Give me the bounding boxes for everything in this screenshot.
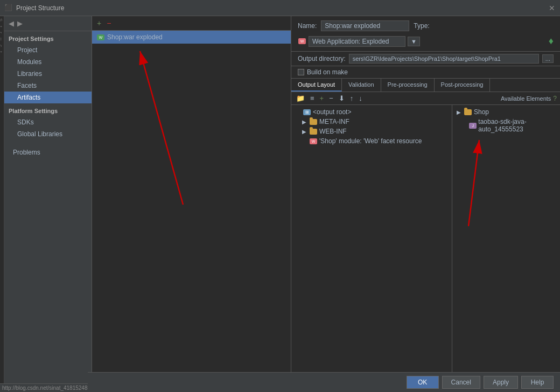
help-icon[interactable]: ? [553, 95, 557, 102]
stripe-item: S [0, 16, 4, 24]
tree-item-output-root[interactable]: ⊞ <output root> [291, 107, 452, 117]
sidebar-item-global-libraries[interactable]: Global Libraries [4, 128, 92, 140]
nav-forward-button[interactable]: ▶ [17, 19, 23, 27]
output-dir-row: Output directory: ... [291, 52, 560, 66]
layout-up-button[interactable]: ↑ [348, 94, 355, 103]
app-icon: ⬛ [4, 4, 13, 12]
web-resource-icon: W [309, 137, 318, 145]
main-container: S t r u c t ◀ ▶ Project Settings Project… [0, 16, 560, 392]
build-on-make-checkbox[interactable] [298, 69, 304, 75]
close-button[interactable]: ✕ [548, 4, 556, 12]
tree-item-shop[interactable]: ▶ Shop [452, 107, 560, 117]
tab-postprocessing[interactable]: Post-processing [435, 79, 491, 92]
config-top: Name: Type: W ▼ ♦ [291, 16, 560, 52]
type-input-group: W ▼ [298, 36, 420, 47]
artifacts-panel: + − W Shop:war exploded [92, 16, 291, 392]
artifact-item-label: Shop:war exploded [107, 33, 163, 41]
tabs-bar: Output Layout Validation Pre-processing … [291, 79, 560, 92]
sidebar-nav-arrows: ◀ ▶ [4, 16, 92, 31]
type-input[interactable] [309, 36, 405, 47]
type-label: Type: [414, 22, 429, 30]
stripe-item: t [0, 24, 4, 30]
window-title: Project Structure [16, 4, 548, 12]
jar-icon: J [469, 122, 477, 129]
sidebar-item-artifacts[interactable]: Artifacts [4, 92, 92, 103]
title-bar: ⬛ Project Structure ✕ [0, 0, 560, 16]
nav-back-button[interactable]: ◀ [9, 19, 14, 27]
tree-item-meta-inf[interactable]: ▶ META-INF [291, 117, 452, 127]
build-on-make-row: Build on make [291, 66, 560, 79]
sidebar-item-modules[interactable]: Modules [4, 56, 92, 68]
tree-item-label: 'Shop' module: 'Web' facet resource [319, 137, 422, 145]
remove-artifact-button[interactable]: − [105, 18, 113, 28]
tree-right: ▶ Shop J taobao-sdk-java-auto_14555523 [452, 105, 560, 377]
sidebar-item-project[interactable]: Project [4, 44, 92, 56]
stripe-item: t [0, 49, 4, 55]
tree-item-label: <output root> [313, 108, 351, 116]
kotlin-icon: ♦ [549, 36, 554, 47]
name-label: Name: [298, 22, 317, 30]
tree-item-web-resource[interactable]: W 'Shop' module: 'Web' facet resource [291, 136, 452, 146]
stripe-item: r [0, 30, 4, 36]
sidebar-item-artifacts-label: Artifacts [17, 94, 40, 101]
sidebar-item-facets[interactable]: Facets [4, 80, 92, 92]
sidebar: ◀ ▶ Project Settings Project Modules Lib… [4, 16, 92, 392]
layout-bar-icon: ≡ [309, 94, 316, 103]
sidebar-item-libraries[interactable]: Libraries [4, 68, 92, 80]
help-button[interactable]: Help [521, 376, 554, 389]
tree-item-label: WEB-INF [319, 128, 347, 135]
tree-item-label: META-INF [319, 118, 349, 125]
config-panel: Name: Type: W ▼ ♦ Output directory: ... … [291, 16, 560, 392]
sidebar-item-sdks[interactable]: SDKs [4, 116, 92, 128]
output-root-icon: ⊞ [303, 108, 311, 116]
tree-left: ⊞ <output root> ▶ META-INF ▶ WEB- [291, 105, 452, 377]
tree-arrow: ▶ [457, 109, 462, 115]
dialog-bottom: OK Cancel Apply Help [88, 372, 560, 392]
web-app-type-icon: W [298, 38, 306, 45]
left-stripe: S t r u c t [0, 16, 4, 392]
stripe-item: u [0, 36, 4, 43]
cancel-button[interactable]: Cancel [442, 376, 480, 389]
name-input[interactable] [321, 20, 409, 31]
add-artifact-button[interactable]: + [95, 18, 103, 28]
apply-button[interactable]: Apply [484, 376, 518, 389]
output-dir-label: Output directory: [298, 55, 346, 62]
layout-remove-button[interactable]: − [327, 94, 335, 103]
sidebar-item-global-libraries-label: Global Libraries [17, 130, 62, 138]
artifact-item-shop-war[interactable]: W Shop:war exploded [92, 31, 291, 44]
artifact-war-icon: W [96, 33, 105, 41]
tree-item-shop-label: Shop [474, 108, 489, 116]
tab-output-layout[interactable]: Output Layout [291, 79, 342, 92]
tree-arrow: ▶ [302, 129, 307, 135]
sidebar-item-libraries-label: Libraries [17, 70, 42, 78]
folder-icon [309, 128, 318, 135]
sidebar-item-facets-label: Facets [17, 82, 37, 89]
folder-icon [464, 108, 472, 116]
output-dir-browse-button[interactable]: ... [542, 54, 554, 63]
tree-item-taobao-label: taobao-sdk-java-auto_14555523 [478, 118, 556, 133]
output-dir-input[interactable] [349, 54, 539, 64]
available-elements-label: Available Elements [501, 95, 551, 102]
tree-arrow: ▶ [302, 119, 307, 125]
tree-item-taobao-sdk[interactable]: J taobao-sdk-java-auto_14555523 [452, 117, 560, 134]
platform-settings-label: Platform Settings [4, 103, 92, 116]
layout-folder-icon: 📁 [295, 94, 306, 103]
tree-item-web-inf[interactable]: ▶ WEB-INF [291, 127, 452, 136]
tab-validation[interactable]: Validation [342, 79, 381, 92]
layout-down2-button[interactable]: ↓ [357, 94, 364, 103]
type-dropdown-button[interactable]: ▼ [408, 37, 420, 46]
sidebar-item-project-label: Project [17, 46, 37, 54]
tree-area: ⊞ <output root> ▶ META-INF ▶ WEB- [291, 105, 560, 377]
sidebar-item-modules-label: Modules [17, 58, 41, 66]
folder-icon [309, 118, 318, 125]
artifacts-toolbar: + − [92, 16, 291, 31]
layout-down-button[interactable]: ⬇ [337, 94, 346, 103]
bottom-url: http://blog.csdn.net/sinat_41815248 [0, 383, 88, 392]
tab-preprocessing[interactable]: Pre-processing [381, 79, 435, 92]
layout-toolbar: 📁 ≡ + − ⬇ ↑ ↓ Available Elements ? [291, 92, 560, 105]
project-settings-label: Project Settings [4, 31, 92, 44]
sidebar-item-problems-label: Problems [13, 149, 40, 156]
ok-button[interactable]: OK [407, 376, 439, 389]
layout-add-button[interactable]: + [318, 94, 326, 103]
sidebar-item-problems[interactable]: Problems [4, 146, 92, 158]
